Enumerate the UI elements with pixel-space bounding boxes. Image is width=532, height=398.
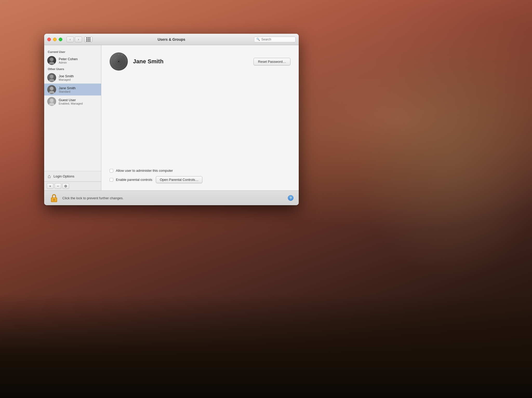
window-title: Users & Groups bbox=[158, 37, 185, 42]
bottom-bar: Click the lock to prevent further change… bbox=[44, 190, 299, 205]
title-bar: ‹ › Users & Groups 🔍 bbox=[44, 34, 299, 45]
avatar-icon-guest bbox=[48, 98, 56, 105]
svg-point-5 bbox=[49, 91, 55, 93]
fingerprint-icon bbox=[110, 53, 127, 70]
avatar-jane-smith bbox=[47, 85, 56, 94]
search-icon: 🔍 bbox=[256, 38, 260, 41]
forward-button[interactable]: › bbox=[75, 37, 82, 42]
current-user-section-label: Current User bbox=[44, 49, 101, 54]
sidebar-item-peter-cohen[interactable]: Peter Cohen Admin bbox=[44, 54, 101, 66]
allow-admin-label: Allow user to administer this computer bbox=[116, 169, 173, 173]
open-parental-controls-button[interactable]: Open Parental Controls… bbox=[156, 176, 202, 183]
sidebar-item-guest-user[interactable]: Guest User Enabled, Managed bbox=[44, 95, 101, 107]
maximize-button[interactable] bbox=[59, 38, 62, 41]
users-groups-window: ‹ › Users & Groups 🔍 Current User bbox=[44, 34, 299, 205]
avatar-joe-smith bbox=[47, 73, 56, 82]
gear-icon: ⚙ bbox=[64, 184, 67, 188]
parental-controls-row: Enable parental controls Open Parental C… bbox=[110, 176, 290, 183]
svg-point-7 bbox=[49, 103, 55, 105]
user-name-peter: Peter Cohen bbox=[59, 57, 78, 61]
window-controls bbox=[47, 38, 62, 41]
svg-point-3 bbox=[49, 79, 55, 81]
user-header: Jane Smith Reset Password… bbox=[110, 52, 290, 71]
user-info-peter: Peter Cohen Admin bbox=[59, 57, 78, 64]
actions-button[interactable]: ⚙ bbox=[62, 183, 69, 189]
forward-icon: › bbox=[78, 38, 79, 41]
help-button[interactable]: ? bbox=[288, 195, 294, 201]
lock-button[interactable] bbox=[49, 193, 59, 203]
parental-controls-checkbox[interactable] bbox=[110, 178, 113, 182]
minimize-button[interactable] bbox=[53, 38, 57, 41]
main-panel: Jane Smith Reset Password… Allow user to… bbox=[101, 45, 299, 190]
user-role-joe: Managed bbox=[59, 78, 74, 81]
svg-point-6 bbox=[50, 99, 54, 102]
sidebar-item-joe-smith[interactable]: Joe Smith Managed bbox=[44, 72, 101, 84]
help-icon: ? bbox=[290, 196, 292, 200]
back-icon: ‹ bbox=[70, 38, 71, 41]
user-role-guest: Enabled, Managed bbox=[59, 102, 83, 105]
plus-icon: + bbox=[49, 184, 51, 188]
back-button[interactable]: ‹ bbox=[66, 37, 74, 42]
window-content: Current User Peter Cohen Admin Other Use… bbox=[44, 45, 299, 190]
nav-buttons: ‹ › bbox=[66, 37, 82, 42]
user-role-jane: Standard bbox=[59, 90, 76, 93]
avatar-icon-peter bbox=[48, 57, 56, 64]
allow-admin-row: Allow user to administer this computer bbox=[110, 169, 290, 173]
options-area: Allow user to administer this computer E… bbox=[110, 169, 290, 183]
login-options-button[interactable]: ⌂ Login Options bbox=[44, 171, 101, 181]
trees-silhouette bbox=[0, 294, 532, 398]
user-info-joe: Joe Smith Managed bbox=[59, 74, 74, 81]
sidebar-toolbar: + − ⚙ bbox=[44, 181, 101, 190]
remove-user-button[interactable]: − bbox=[55, 183, 61, 189]
reset-password-button[interactable]: Reset Password… bbox=[254, 58, 290, 65]
user-name-guest: Guest User bbox=[59, 98, 83, 102]
avatar-icon-joe bbox=[48, 74, 56, 81]
svg-point-15 bbox=[118, 61, 119, 62]
avatar-icon-jane bbox=[48, 86, 56, 93]
search-bar[interactable]: 🔍 bbox=[254, 37, 296, 42]
user-name-jane: Jane Smith bbox=[59, 86, 76, 90]
apps-grid-icon bbox=[86, 37, 90, 42]
allow-admin-checkbox[interactable] bbox=[110, 169, 113, 173]
sidebar-item-jane-smith[interactable]: Jane Smith Standard bbox=[44, 84, 101, 95]
lock-status-text: Click the lock to prevent further change… bbox=[62, 196, 284, 200]
add-user-button[interactable]: + bbox=[47, 183, 54, 189]
other-users-section-label: Other Users bbox=[44, 66, 101, 72]
house-icon: ⌂ bbox=[48, 173, 51, 179]
avatar-peter-cohen bbox=[47, 56, 56, 65]
apps-grid-button[interactable] bbox=[84, 37, 92, 42]
sidebar-spacer bbox=[44, 107, 101, 171]
selected-user-name: Jane Smith bbox=[133, 58, 248, 65]
parental-controls-label: Enable parental controls bbox=[116, 178, 152, 182]
selected-user-avatar bbox=[110, 52, 128, 71]
avatar-guest-user bbox=[47, 97, 56, 106]
minus-icon: − bbox=[57, 184, 59, 188]
user-info-jane: Jane Smith Standard bbox=[59, 86, 76, 93]
svg-point-1 bbox=[49, 62, 55, 64]
svg-rect-21 bbox=[54, 200, 54, 201]
user-name-joe: Joe Smith bbox=[59, 74, 74, 78]
lock-icon bbox=[50, 193, 58, 203]
user-role-peter: Admin bbox=[59, 61, 78, 64]
svg-point-0 bbox=[50, 58, 54, 61]
user-info-guest: Guest User Enabled, Managed bbox=[59, 98, 83, 105]
sidebar: Current User Peter Cohen Admin Other Use… bbox=[44, 45, 101, 190]
close-button[interactable] bbox=[47, 38, 51, 41]
svg-point-2 bbox=[50, 75, 54, 78]
search-input[interactable] bbox=[261, 38, 293, 41]
svg-point-4 bbox=[50, 87, 54, 90]
login-options-label: Login Options bbox=[54, 174, 74, 178]
